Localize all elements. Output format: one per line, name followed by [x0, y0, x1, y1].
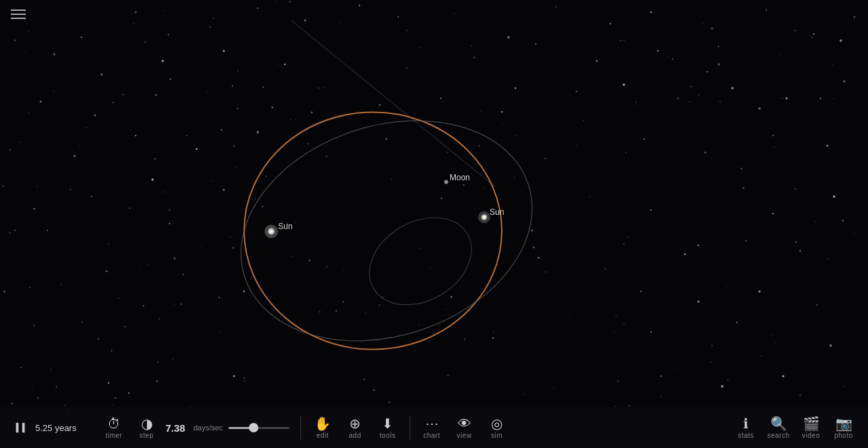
sim-label: sim [491, 432, 502, 439]
separator-2 [410, 415, 410, 440]
chart-label: chart [423, 432, 440, 439]
search-label: search [767, 432, 789, 439]
speed-area: days/sec [193, 424, 289, 432]
sim-button[interactable]: ◎ sim [481, 414, 513, 442]
chart-button[interactable]: ⋯ chart [416, 414, 448, 442]
speed-slider[interactable] [229, 427, 290, 429]
photo-button[interactable]: 📷 photo [827, 414, 860, 442]
tools-label: tools [380, 432, 396, 439]
menu-button[interactable] [11, 9, 26, 19]
tools-icon: ⬇ [382, 417, 393, 430]
stats-icon: ℹ [743, 417, 749, 430]
photo-label: photo [834, 432, 853, 439]
timer-icon: ⏱ [107, 417, 121, 430]
time-display: 5.25 years [35, 423, 90, 433]
video-label: video [802, 432, 820, 439]
view-icon: 👁 [458, 417, 471, 430]
video-button[interactable]: 🎬 video [795, 414, 827, 442]
tools-button[interactable]: ⬇ tools [372, 414, 404, 442]
svg-rect-11 [16, 423, 19, 433]
stats-button[interactable]: ℹ stats [730, 414, 762, 442]
sim-icon: ◎ [491, 417, 502, 430]
view-button[interactable]: 👁 view [448, 414, 481, 442]
pause-button[interactable] [8, 415, 33, 440]
timer-button[interactable]: ⏱ timer [98, 414, 130, 442]
separator-1 [300, 415, 301, 440]
edit-label: edit [317, 432, 329, 439]
photo-icon: 📷 [835, 417, 852, 430]
add-label: add [349, 432, 361, 439]
video-icon: 🎬 [803, 417, 820, 430]
stats-label: stats [738, 432, 754, 439]
edit-button[interactable]: ✋ edit [307, 414, 339, 442]
edit-icon: ✋ [314, 417, 331, 430]
add-icon: ⊕ [349, 417, 361, 430]
view-label: view [457, 432, 472, 439]
toolbar: 5.25 years ⏱ timer ◑ step 7.38 days/sec … [0, 407, 868, 448]
step-rate-value: 7.38 [165, 422, 185, 434]
search-button[interactable]: 🔍 search [762, 414, 795, 442]
search-icon: 🔍 [770, 417, 787, 430]
step-button[interactable]: ◑ step [130, 414, 163, 442]
chart-icon: ⋯ [425, 417, 439, 430]
timer-label: timer [106, 432, 123, 439]
step-icon: ◑ [141, 417, 153, 430]
add-button[interactable]: ⊕ add [339, 414, 372, 442]
days-label: days/sec [193, 424, 222, 432]
svg-rect-12 [22, 423, 25, 433]
step-label: step [140, 432, 154, 439]
